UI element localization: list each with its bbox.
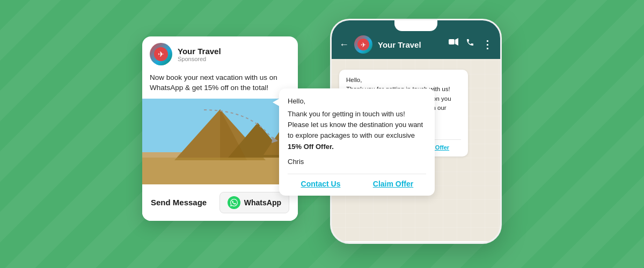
chat-signature: Chris <box>288 157 426 167</box>
chat-bubble-wrapper: Hello, Thank you for getting in touch wi… <box>279 88 435 196</box>
scene: ✈ Your Travel Sponsored Now book your ne… <box>0 0 644 268</box>
ad-card-header: ✈ Your Travel Sponsored <box>142 36 298 70</box>
phone-chat-greeting: Hello, <box>346 76 461 85</box>
whatsapp-icon <box>228 196 240 209</box>
phone-brand-logo-icon: ✈ <box>354 35 372 54</box>
svg-rect-12 <box>449 39 455 44</box>
send-message-button[interactable]: Send Message <box>151 198 207 207</box>
chat-line2: Please let us know the destination you w… <box>288 121 423 139</box>
brand-info: Your Travel Sponsored <box>178 47 221 62</box>
phone-brand-name: Your Travel <box>378 40 443 49</box>
ad-image <box>142 99 298 184</box>
whatsapp-label: WhatsApp <box>244 198 281 207</box>
ad-body-text: Now book your next vacation with us on W… <box>142 70 298 99</box>
chat-highlight: 15% Off Offer. <box>288 143 334 151</box>
video-icon[interactable] <box>449 38 458 51</box>
more-options-icon[interactable]: ⋮ <box>482 38 493 51</box>
phone-icons: ⋮ <box>449 38 493 51</box>
phone-notch <box>394 20 437 31</box>
ad-footer: Send Message WhatsApp <box>142 184 298 221</box>
svg-marker-13 <box>455 38 458 46</box>
back-arrow-icon[interactable]: ← <box>339 39 349 50</box>
contact-us-button[interactable]: Contact Us <box>288 180 354 188</box>
ad-card: ✈ Your Travel Sponsored Now book your ne… <box>142 36 298 221</box>
phone-call-icon[interactable] <box>466 38 474 51</box>
brand-name: Your Travel <box>178 47 221 56</box>
svg-text:✈: ✈ <box>361 41 366 49</box>
chat-actions: Contact Us Claim Offer <box>288 174 426 188</box>
chat-message-body: Thank you for getting in touch with us! … <box>288 109 426 152</box>
svg-rect-8 <box>142 158 298 184</box>
claim-offer-button[interactable]: Claim Offer <box>360 180 426 188</box>
chat-line1: Thank you for getting in touch with us! <box>288 110 405 118</box>
chat-bubble: Hello, Thank you for getting in touch wi… <box>279 88 435 196</box>
sponsored-label: Sponsored <box>178 56 221 62</box>
brand-logo-icon: ✈ <box>150 43 172 65</box>
svg-text:✈: ✈ <box>158 50 164 58</box>
chat-greeting: Hello, <box>288 96 426 107</box>
